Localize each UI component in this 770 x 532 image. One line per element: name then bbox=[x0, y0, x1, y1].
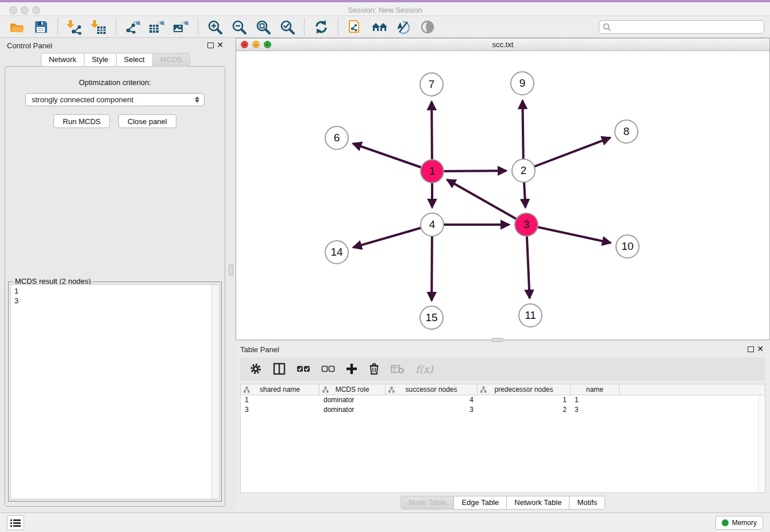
task-history-button[interactable] bbox=[7, 515, 24, 530]
graph-node-7[interactable]: 7 bbox=[419, 72, 444, 97]
graph-edge-3-10[interactable] bbox=[526, 225, 611, 243]
search-input[interactable] bbox=[599, 20, 764, 34]
close-panel-button[interactable]: Close panel bbox=[118, 114, 176, 128]
zoom-selected-icon[interactable] bbox=[279, 18, 296, 36]
select-down-arrow-icon bbox=[195, 100, 199, 103]
refresh-view-icon[interactable] bbox=[313, 18, 330, 36]
column-header-successor-nodes[interactable]: successor nodes bbox=[386, 384, 478, 395]
graph-node-14[interactable]: 14 bbox=[325, 240, 349, 264]
table-cell: 1 bbox=[478, 395, 571, 405]
splitter-handle-vertical[interactable] bbox=[229, 264, 233, 276]
run-mcds-button[interactable]: Run MCDS bbox=[53, 114, 110, 128]
zoom-out-icon[interactable] bbox=[230, 18, 248, 36]
graph-node-1[interactable]: 1 bbox=[420, 159, 444, 183]
graph-node-9[interactable]: 9 bbox=[510, 71, 534, 95]
zoom-in-icon[interactable] bbox=[206, 18, 224, 36]
clone-network-icon[interactable] bbox=[346, 18, 364, 36]
graph-edge-2-8[interactable] bbox=[523, 138, 610, 171]
graph-node-6[interactable]: 6 bbox=[325, 126, 349, 150]
mcds-panel: Optimization criterion: strongly connect… bbox=[5, 66, 225, 507]
export-network-icon[interactable] bbox=[124, 18, 141, 36]
unselect-all-columns-icon[interactable] bbox=[321, 365, 335, 373]
graph-node-3[interactable]: 3 bbox=[514, 213, 538, 237]
table-header-row: shared nameMCDS rolesuccessor nodesprede… bbox=[241, 384, 765, 395]
task-list-icon bbox=[10, 519, 21, 527]
graph-edge-3-1[interactable] bbox=[447, 180, 526, 225]
column-header-name[interactable]: name bbox=[571, 384, 619, 395]
table-panel-header: Table Panel ✕ bbox=[236, 342, 770, 356]
column-label: MCDS role bbox=[336, 385, 369, 394]
tab-mcds[interactable]: MCDS bbox=[152, 53, 190, 67]
result-scrollbar[interactable] bbox=[211, 285, 219, 499]
tab-network-table[interactable]: Network Table bbox=[506, 496, 569, 510]
column-type-icon bbox=[480, 387, 487, 393]
open-session-icon[interactable] bbox=[8, 18, 25, 36]
function-builder-icon: f(x) bbox=[415, 363, 433, 375]
select-all-columns-icon[interactable] bbox=[297, 365, 310, 373]
tab-select[interactable]: Select bbox=[116, 53, 152, 67]
table-cell: 3 bbox=[571, 405, 619, 415]
import-network-icon[interactable] bbox=[66, 18, 83, 36]
graph-edges bbox=[236, 51, 769, 340]
mcds-result-group: MCDS result (2 nodes) 1 3 bbox=[8, 282, 222, 502]
table-row[interactable]: 1dominator411 bbox=[241, 395, 765, 405]
float-panel-icon[interactable] bbox=[207, 43, 214, 48]
table-settings-gear-icon[interactable] bbox=[249, 363, 262, 375]
window-title: Session: New Session bbox=[0, 6, 770, 14]
hide-graphics-details-icon[interactable] bbox=[395, 18, 412, 36]
delete-column-trash-icon[interactable] bbox=[368, 363, 380, 375]
tab-network[interactable]: Network bbox=[41, 53, 84, 67]
criterion-select[interactable]: strongly connected component bbox=[25, 93, 205, 106]
column-label: predecessor nodes bbox=[494, 385, 553, 394]
graph-node-8[interactable]: 8 bbox=[614, 119, 638, 144]
column-type-icon bbox=[322, 387, 329, 393]
graph-node-11[interactable]: 11 bbox=[518, 303, 542, 327]
graph-node-4[interactable]: 4 bbox=[420, 213, 444, 237]
show-column-panel-icon[interactable] bbox=[273, 363, 286, 375]
table-cell: 3 bbox=[386, 405, 478, 415]
column-label: shared name bbox=[260, 385, 300, 394]
graph-node-2[interactable]: 2 bbox=[511, 159, 536, 183]
float-panel-icon[interactable] bbox=[748, 346, 754, 352]
table-cell: dominator bbox=[319, 405, 386, 415]
export-image-icon[interactable] bbox=[172, 18, 190, 36]
export-table-icon[interactable] bbox=[148, 18, 165, 36]
table-toolbar: f(x) bbox=[240, 357, 765, 380]
close-panel-icon[interactable]: ✕ bbox=[756, 345, 764, 353]
network-canvas[interactable]: 7968124314101511 bbox=[236, 51, 769, 340]
network-window-titlebar[interactable]: × − + scc.txt bbox=[236, 38, 769, 51]
tab-node-table[interactable]: Node Table bbox=[401, 496, 454, 510]
graph-node-10[interactable]: 10 bbox=[615, 234, 640, 259]
graph-node-15[interactable]: 15 bbox=[419, 306, 444, 330]
show-graphics-details-icon[interactable] bbox=[419, 18, 436, 36]
table-cell: 3 bbox=[241, 405, 319, 415]
add-column-icon[interactable] bbox=[346, 363, 357, 375]
control-panel-title: Control Panel bbox=[7, 41, 52, 50]
column-header-predecessor-nodes[interactable]: predecessor nodes bbox=[478, 384, 571, 395]
column-header-MCDS-role[interactable]: MCDS role bbox=[319, 384, 386, 395]
column-header-shared-name[interactable]: shared name bbox=[241, 384, 319, 395]
splitter-handle-horizontal[interactable] bbox=[492, 338, 503, 342]
toolbar-separator bbox=[304, 19, 305, 35]
table-cell: 1 bbox=[241, 395, 319, 405]
tab-motifs[interactable]: Motifs bbox=[569, 496, 605, 510]
memory-button[interactable]: Memory bbox=[715, 516, 763, 530]
select-up-arrow-icon bbox=[195, 97, 199, 99]
tab-edge-table[interactable]: Edge Table bbox=[453, 496, 506, 510]
zoom-fit-icon[interactable] bbox=[255, 18, 272, 36]
close-panel-icon[interactable]: ✕ bbox=[216, 41, 224, 49]
tab-style[interactable]: Style bbox=[84, 53, 116, 67]
delete-table-icon-disabled bbox=[391, 364, 405, 374]
control-panel: Control Panel ✕ NetworkStyleSelectMCDS O… bbox=[0, 38, 231, 512]
import-table-icon[interactable] bbox=[90, 18, 107, 36]
save-session-icon[interactable] bbox=[32, 18, 49, 36]
table-scrollbar[interactable] bbox=[758, 395, 765, 492]
column-type-icon bbox=[244, 387, 250, 393]
memory-label: Memory bbox=[732, 519, 757, 527]
first-neighbors-icon[interactable] bbox=[371, 18, 388, 36]
node-table: shared nameMCDS rolesuccessor nodesprede… bbox=[240, 384, 765, 493]
table-cell: dominator bbox=[319, 395, 386, 405]
table-cell: 1 bbox=[571, 395, 619, 405]
mcds-result-area[interactable]: 1 3 bbox=[10, 284, 220, 499]
table-row[interactable]: 3dominator323 bbox=[241, 405, 765, 415]
